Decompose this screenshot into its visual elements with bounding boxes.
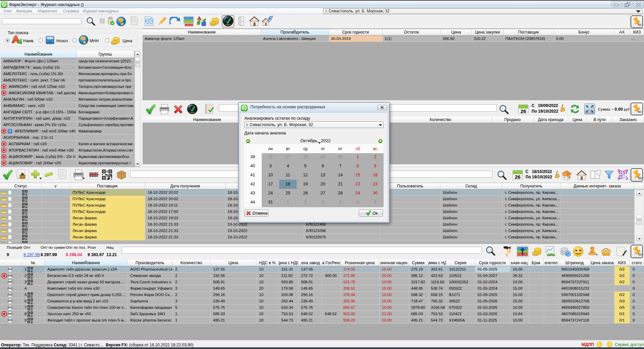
svg-text:fx: fx: [3, 3, 6, 7]
svg-text:fx: fx: [243, 106, 246, 110]
svg-text:26: 26: [521, 108, 527, 114]
svg-text:26: 26: [515, 174, 521, 180]
